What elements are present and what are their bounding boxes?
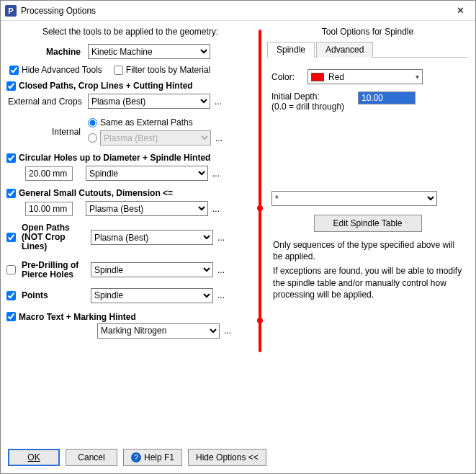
general-cutouts-checkbox[interactable] (6, 189, 16, 198)
tab-pane-spindle: Color: Red ▾ Initial Depth: (0.0 = drill… (267, 58, 468, 308)
app-icon: P (5, 5, 17, 17)
resize-divider[interactable] (259, 30, 261, 352)
open-paths-label-2: (NOT Crop Lines) (22, 233, 91, 251)
closed-paths-checkbox[interactable] (6, 81, 16, 91)
internal-tool-more-icon[interactable]: ... (214, 133, 224, 143)
filter-material-label: Filter tools by Material (126, 65, 210, 75)
open-paths-tool-more-icon[interactable]: ... (216, 233, 226, 243)
titlebar: P Processing Options ✕ (1, 1, 475, 21)
right-panel: Tool Options for Spindle Spindle Advance… (264, 25, 471, 442)
initial-depth-label: Initial Depth: (271, 91, 358, 102)
hide-advanced-label: Hide Advanced Tools (22, 65, 102, 75)
internal-same-label: Same as External Paths (100, 117, 193, 128)
color-label: Color: (271, 72, 307, 82)
open-paths-tool-select[interactable]: Plasma (Best) (91, 230, 213, 245)
button-bar: OK Cancel ? Help F1 Hide Options << (1, 444, 475, 473)
hide-options-button[interactable]: Hide Options << (188, 449, 266, 466)
help-button-label: Help F1 (144, 452, 174, 462)
predrill-label-1: Pre-Drilling of (22, 261, 91, 270)
general-tool-more-icon[interactable]: ... (211, 204, 221, 214)
closed-paths-label: Closed Paths, Crop Lines + Cutting Hinte… (19, 81, 193, 91)
internal-tool-select[interactable]: Plasma (Best) (100, 130, 211, 146)
color-swatch-icon (311, 73, 324, 81)
info-text-1: Only sequences of the type specified abo… (273, 239, 462, 262)
ok-button[interactable]: OK (8, 449, 60, 466)
general-tool-select[interactable]: Plasma (Best) (86, 201, 208, 216)
macrotext-label: Macro Text + Marking Hinted (19, 312, 136, 322)
tab-spindle[interactable]: Spindle (267, 42, 315, 58)
circular-holes-checkbox[interactable] (6, 153, 16, 163)
points-tool-more-icon[interactable]: ... (216, 290, 226, 300)
general-dimension-input[interactable] (25, 202, 73, 216)
predrill-label-2: Pierce Holes (22, 270, 91, 280)
divider-handle-icon[interactable] (257, 318, 263, 323)
cancel-button[interactable]: Cancel (66, 449, 117, 466)
filter-material-checkbox[interactable] (114, 66, 123, 75)
internal-same-radio[interactable] (88, 118, 97, 128)
help-icon: ? (131, 452, 141, 462)
predrill-tool-select[interactable]: Spindle (91, 262, 213, 277)
general-cutouts-label: General Small Cutouts, Dimension <= (19, 188, 173, 198)
external-crops-label: External and Crops (5, 97, 88, 107)
macrotext-tool-select[interactable]: Marking Nitrogen (97, 323, 220, 339)
tool-options-tabs: Spindle Advanced (267, 41, 468, 58)
circular-tool-select[interactable]: Spindle (86, 166, 208, 181)
circular-holes-label: Circular Holes up to Diameter + Spindle … (19, 153, 210, 163)
divider-handle-icon[interactable] (257, 205, 263, 211)
external-tool-select[interactable]: Plasma (Best) (88, 94, 210, 109)
info-text-2: If exceptions are found, you will be abl… (273, 265, 462, 300)
predrill-tool-more-icon[interactable]: ... (216, 265, 226, 275)
predrill-checkbox[interactable] (6, 265, 16, 274)
initial-depth-sublabel: (0.0 = drill through) (271, 102, 358, 112)
circular-diameter-input[interactable] (25, 166, 73, 181)
external-tool-more-icon[interactable]: ... (213, 97, 223, 107)
points-checkbox[interactable] (6, 291, 16, 300)
initial-depth-input[interactable] (358, 91, 416, 104)
internal-label: Internal (5, 127, 88, 137)
processing-options-window: P Processing Options ✕ Select the tools … (0, 0, 476, 474)
left-panel: Select the tools to be applied to the ge… (5, 25, 256, 442)
points-tool-select[interactable]: Spindle (91, 288, 213, 303)
macrotext-tool-more-icon[interactable]: ... (223, 326, 233, 336)
macrotext-checkbox[interactable] (6, 312, 16, 321)
close-icon[interactable]: ✕ (449, 5, 471, 16)
edit-spindle-table-button[interactable]: Edit Spindle Table (314, 215, 422, 232)
tab-advanced[interactable]: Advanced (316, 42, 373, 58)
tool-options-title: Tool Options for Spindle (267, 27, 468, 37)
internal-other-radio[interactable] (88, 133, 97, 143)
hide-advanced-checkbox[interactable] (9, 66, 19, 75)
color-name: Red (328, 72, 344, 82)
points-label: Points (22, 291, 91, 300)
machine-label: Machine (5, 47, 88, 57)
intro-text: Select the tools to be applied to the ge… (5, 27, 256, 37)
window-title: Processing Options (21, 6, 449, 16)
help-button[interactable]: ? Help F1 (123, 449, 182, 466)
open-paths-checkbox[interactable] (6, 233, 16, 242)
chevron-down-icon: ▾ (416, 73, 419, 81)
machine-select[interactable]: Kinetic Machine (88, 44, 210, 59)
circular-tool-more-icon[interactable]: ... (211, 169, 221, 179)
sequence-filter-select[interactable]: * (271, 191, 437, 206)
color-select[interactable]: Red ▾ (307, 69, 423, 84)
